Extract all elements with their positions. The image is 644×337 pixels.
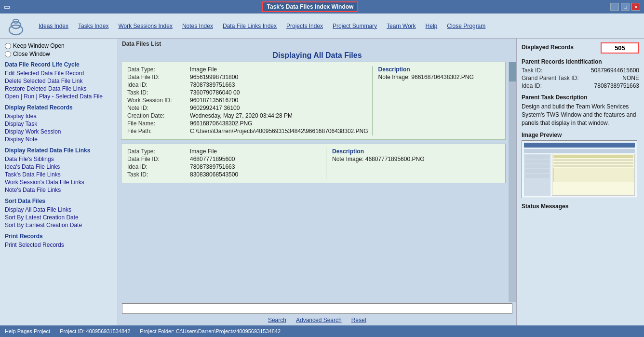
data-file-id-value-1: 965619998731800 (190, 74, 238, 81)
section-title-display-related: Display Related Records (5, 104, 113, 111)
search-button[interactable]: Search (268, 317, 286, 324)
nav-notes-index[interactable]: Notes Index (177, 21, 218, 31)
list-title: Displaying All Data Files (118, 48, 516, 62)
restore-deleted-data-file-links[interactable]: Restore Deleted Data File Links (5, 85, 113, 93)
grand-parent-task-id: NONE (622, 75, 639, 81)
display-idea[interactable]: Display Idea (5, 112, 113, 120)
nav-work-sessions-index[interactable]: Work Sessions Index (113, 21, 177, 31)
title-bar: ▭ Task's Data Files Index Window − □ ✕ (0, 0, 644, 13)
file-path-label-1: File Path: (127, 128, 190, 135)
display-note[interactable]: Display Note (5, 135, 113, 143)
data-type-label-1: Data Type: (127, 66, 190, 73)
nav-ideas-index[interactable]: Ideas Index (34, 21, 73, 31)
display-all-data-file-links[interactable]: Display All Data File Links (5, 206, 113, 214)
sort-by-latest-creation-date[interactable]: Sort By Latest Creation Date (5, 214, 113, 221)
nav-help[interactable]: Help (421, 21, 443, 31)
nav-team-work[interactable]: Team Work (382, 21, 420, 31)
window-controls: − □ ✕ (610, 3, 640, 11)
work-sessions-data-file-links[interactable]: Work Session's Data File Links (5, 178, 113, 186)
records-count: 505 (601, 42, 639, 54)
description-label-2: Description (332, 148, 499, 155)
sidebar: Keep Window Open Close Window Data File … (0, 39, 118, 325)
data-type-label-2: Data Type: (127, 148, 190, 155)
status-project-id: Project ID: 400956931534842 (60, 328, 130, 334)
sort-by-earliest-creation-date[interactable]: Sort By Earliest Creation Date (5, 221, 113, 229)
image-preview-section: Image Preview (522, 132, 639, 198)
data-files-siblings[interactable]: Data File's Siblings (5, 155, 113, 163)
delete-data-file-link[interactable]: Delete Selected Data File Link (5, 77, 113, 85)
status-messages-section: Status Messages (522, 203, 639, 210)
records-scroll[interactable]: Data Type: Image File Data File ID: 9656… (118, 62, 509, 302)
description-value-1: Note Image: 966168706438302.PNG (378, 74, 509, 81)
display-work-session[interactable]: Display Work Session (5, 128, 113, 135)
open-run-play-data-file[interactable]: Open | Run | Play - Selected Data File (5, 93, 113, 100)
nav-links: Ideas Index Tasks Index Work Sessions In… (34, 21, 490, 31)
data-file-id-label-2: Data File ID: (127, 156, 190, 162)
note-id-label-1: Note ID: (127, 105, 190, 111)
nav-data-file-links-index[interactable]: Data File Links Index (218, 21, 282, 31)
idea-id-value-2: 78087389751663 (190, 163, 235, 170)
status-messages-title: Status Messages (522, 203, 639, 210)
image-preview-title: Image Preview (522, 132, 639, 138)
close-window-radio[interactable]: Close Window (5, 51, 113, 57)
task-id-label-1: Task ID: (127, 89, 190, 96)
section-title-lifecycle: Data File Record Life Cycle (5, 61, 113, 68)
keep-window-open-radio[interactable]: Keep Window Open (5, 42, 113, 49)
main-layout: Keep Window Open Close Window Data File … (0, 39, 644, 325)
work-session-id-value-1: 960187135616700 (190, 97, 238, 104)
edit-data-file-record[interactable]: Edit Selected Data File Record (5, 69, 113, 77)
image-preview-box (522, 140, 637, 198)
task-id-value-2: 830838068543500 (190, 171, 238, 178)
file-name-value-1: 966168706438302.PNG (190, 120, 252, 127)
nav-projects-index[interactable]: Projects Index (282, 21, 328, 31)
work-session-id-label-1: Work Session ID: (127, 97, 190, 104)
search-input[interactable] (122, 303, 512, 314)
parent-task-desc-text: Design and build the Team Work Services … (522, 103, 639, 127)
preview-main-area (552, 154, 635, 196)
parent-task-description-section: Parent Task Description Design and build… (522, 94, 639, 127)
maximize-button[interactable]: □ (621, 3, 630, 11)
print-selected-records[interactable]: Print Selected Records (5, 241, 113, 249)
creation-date-value-1: Wednesday, May 27, 2020 03:44:28 PM (190, 112, 293, 119)
app-logo (4, 15, 28, 37)
parent-task-desc-title: Parent Task Description (522, 94, 639, 101)
display-task[interactable]: Display Task (5, 120, 113, 128)
center-content: Data Files List Displaying All Data File… (118, 39, 516, 325)
displayed-records-title: Displayed Records (522, 44, 574, 51)
data-type-value-2: Image File (190, 148, 217, 155)
scrollbar[interactable] (509, 62, 516, 302)
notes-data-file-links[interactable]: Note's Data File Links (5, 186, 113, 194)
status-project-folder: Project Folder: C:\Users\Darren\Projects… (140, 328, 281, 334)
file-name-label-1: File Name: (127, 120, 190, 127)
nav-bar: Ideas Index Tasks Index Work Sessions In… (0, 13, 644, 39)
scrollbar-thumb[interactable] (509, 62, 516, 81)
file-path-value-1: C:\Users\Darren\Projects\400956931534842… (190, 128, 368, 135)
close-button[interactable]: ✕ (631, 3, 640, 11)
data-file-id-label-1: Data File ID: (127, 74, 190, 81)
data-files-list-header: Data Files List (118, 39, 516, 48)
status-project: Help Pages Project (5, 328, 50, 334)
task-id-row: Task ID: 508796944615600 (522, 67, 639, 74)
advanced-search-button[interactable]: Advanced Search (296, 317, 342, 324)
task-id-value-1: 7360790786040 00 (190, 89, 240, 96)
nav-close-program[interactable]: Close Program (442, 21, 490, 31)
app-icon: ▭ (4, 3, 10, 11)
description-value-2: Note Image: 46807771895600.PNG (332, 156, 499, 162)
right-panel: Displayed Records 505 Parent Records Ide… (516, 39, 644, 325)
parent-records-section: Parent Records Identification Task ID: 5… (522, 58, 639, 89)
nav-project-summary[interactable]: Project Summary (328, 21, 382, 31)
data-type-value-1: Image File (190, 66, 217, 73)
nav-tasks-index[interactable]: Tasks Index (73, 21, 113, 31)
minimize-button[interactable]: − (610, 3, 619, 11)
data-file-card-1[interactable]: Data Type: Image File Data File ID: 9656… (121, 62, 506, 140)
displayed-records-section: Displayed Records 505 (522, 42, 639, 54)
section-title-sort: Sort Data Files (5, 198, 113, 204)
data-file-card-2[interactable]: Data Type: Image File Data File ID: 4680… (121, 144, 506, 183)
search-buttons: Search Advanced Search Reset (118, 315, 516, 325)
description-label-1: Description (378, 66, 509, 73)
ideas-data-file-links[interactable]: Idea's Data File Links (5, 163, 113, 171)
window-title: Task's Data Files Index Window (262, 1, 359, 12)
idea-id-row: Idea ID: 78087389751663 (522, 82, 639, 89)
reset-button[interactable]: Reset (351, 317, 366, 324)
tasks-data-file-links[interactable]: Task's Data File Links (5, 171, 113, 178)
